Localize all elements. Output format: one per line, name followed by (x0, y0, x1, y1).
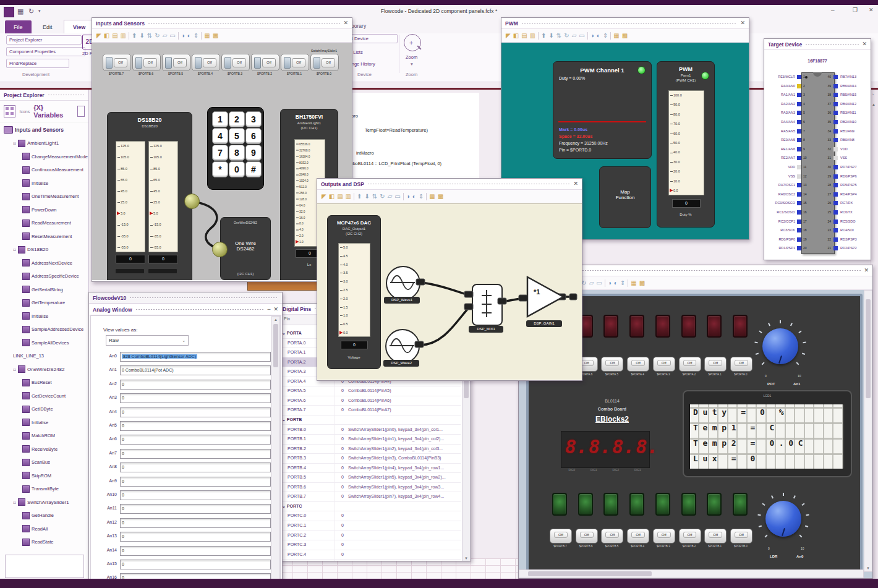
tree-item[interactable]: ReadState (22, 536, 88, 548)
connection-node-1[interactable] (184, 194, 200, 209)
dsp-mixer-component[interactable] (472, 284, 503, 326)
select-icon[interactable]: ◤ (96, 33, 101, 39)
tree-item[interactable]: SampleAllDevices (22, 336, 88, 349)
portb-toggle[interactable]: Off (730, 529, 752, 543)
pot-knob[interactable] (754, 320, 806, 372)
ribbon-project-explorer-button[interactable]: Project Explorer (6, 35, 82, 45)
porta-toggle[interactable]: Off (627, 357, 649, 372)
digital-pin-row[interactable]: PORTC.00 (279, 511, 461, 521)
port-switch[interactable]: Off (103, 54, 131, 71)
digital-pin-row[interactable]: PORTA.50ComboBL0114(PinA5) (279, 386, 461, 396)
digital-pin-row[interactable]: ⌄ PORTB (279, 415, 461, 425)
port-switch[interactable]: Off (192, 54, 220, 71)
target-device-header[interactable]: Target Device ✕ (764, 39, 871, 50)
keypad-key[interactable]: 4 (212, 128, 228, 144)
analog-value-field[interactable]: 0 (120, 449, 271, 459)
tree-item[interactable]: Initialise (22, 416, 88, 428)
pwm-channel-component[interactable]: PWM Channel 1 Duty = 0.00% Mark = 0.00us… (553, 61, 652, 159)
tree-item[interactable]: ⊟SwitchArraySlider1 (13, 496, 88, 508)
port-switch[interactable]: Off (221, 54, 250, 71)
tree-item[interactable]: ChangeMeasurementMode (22, 150, 88, 163)
analog-value-field[interactable]: 0 (120, 546, 271, 556)
snap-icon[interactable]: ▩ (622, 33, 628, 39)
copy-icon[interactable]: ◧ (513, 33, 519, 39)
tree-item[interactable]: Inputs and Sensors (4, 124, 88, 136)
zoom-out-icon[interactable]: ◐ (412, 194, 416, 200)
tree-item[interactable]: ⊟OneWireDS2482 (13, 363, 88, 375)
switch-handle[interactable] (224, 57, 231, 69)
zoom-in-icon[interactable]: ◑ (590, 33, 594, 39)
tree-item[interactable]: ReadMeasurement (22, 217, 88, 229)
porta-toggle[interactable]: Off (601, 357, 623, 372)
keypad-key[interactable]: 7 (212, 145, 228, 161)
close-icon[interactable]: ✕ (740, 20, 745, 26)
digital-pin-row[interactable]: PORTB.60SwitchArraySlider1(pin6), keypad… (279, 482, 461, 493)
tab-edit[interactable]: Edit (34, 20, 61, 34)
distribute-icon[interactable]: ▭ (169, 33, 175, 39)
dsp-wave2-component[interactable] (385, 329, 420, 364)
portb-toggle[interactable]: Off (653, 529, 675, 543)
fit-icon[interactable]: ⇕ (419, 194, 424, 200)
align-icon[interactable]: ▱ (589, 280, 594, 286)
switch-handle[interactable] (284, 57, 291, 69)
copy-icon[interactable]: ◧ (329, 194, 335, 200)
keypad-key[interactable]: 8 (229, 145, 245, 161)
raise-icon[interactable]: ⬆ (541, 33, 546, 39)
port-switch[interactable]: Off (132, 54, 161, 71)
analog-value-field[interactable]: 0 (120, 477, 271, 487)
panel-expand-icon[interactable]: › (872, 92, 874, 96)
digital-pin-row[interactable]: PORTB.40SwitchArraySlider1(pin4), keypad… (279, 463, 461, 474)
digital-pin-row[interactable]: PORTC.50 (279, 559, 461, 561)
ribbon-component-properties-button[interactable]: Component Properties (6, 47, 85, 56)
dac-component[interactable]: MCP47x6 DAC DAC_Output1 (I2C CH2) 5.04.5… (327, 215, 381, 369)
close-icon[interactable]: ✕ (573, 181, 578, 187)
close-icon[interactable]: ✕ (273, 307, 278, 312)
analog-value-field[interactable]: 828 ComboBL0114(LightSensor ADC) (120, 352, 271, 362)
tree-item[interactable]: GetIDByte (22, 403, 88, 415)
close-icon[interactable]: ✕ (864, 268, 869, 273)
digital-pin-row[interactable]: PORTB.00SwitchArraySlider1(pin0), keypad… (279, 425, 461, 435)
scroll-up-icon[interactable]: ▲ (274, 318, 278, 322)
align-icon[interactable]: ▱ (572, 33, 577, 39)
keypad-key[interactable]: 2 (229, 111, 245, 127)
snap-icon[interactable]: ▩ (213, 33, 218, 39)
tree-item[interactable]: GetSerialString (22, 283, 88, 296)
distribute-icon[interactable]: ▭ (394, 194, 400, 200)
porta-toggle[interactable]: Off (704, 357, 727, 372)
analog-value-field[interactable]: 0 (120, 421, 271, 431)
paste-icon[interactable]: ▤ (521, 33, 527, 39)
grid-icon[interactable]: ▦ (631, 280, 636, 286)
raise-icon[interactable]: ⬆ (357, 194, 362, 200)
duplicate-icon[interactable]: ▥ (530, 33, 535, 39)
digital-pin-row[interactable]: PORTA.70ComboBL0114(PinA7) (279, 405, 461, 415)
keypad-key[interactable]: 3 (245, 111, 262, 127)
zoom-dropdown-icon[interactable]: ▾ (411, 61, 413, 67)
duplicate-icon[interactable]: ▥ (121, 33, 126, 39)
tree-item[interactable]: AddressNextDevice (22, 257, 88, 269)
select-icon[interactable]: ◤ (322, 194, 326, 200)
zoom-out-icon[interactable]: ◐ (614, 280, 618, 286)
keypad-key[interactable]: 9 (245, 145, 262, 161)
lower-icon[interactable]: ⬇ (139, 33, 144, 39)
port-switch[interactable]: Off (251, 54, 279, 71)
zoom-in-icon[interactable]: ◑ (181, 33, 185, 39)
tab-view[interactable]: View (64, 20, 95, 34)
zoom-in-icon[interactable]: ◑ (608, 280, 612, 286)
digital-pin-row[interactable]: PORTC.10 (279, 521, 461, 531)
portb-toggle[interactable]: Off (550, 529, 572, 543)
minimize-button[interactable]: – (831, 7, 835, 14)
tree-expand-icon[interactable]: ⊟ (13, 367, 18, 372)
keypad-key[interactable]: 5 (229, 128, 245, 144)
ldr-knob[interactable] (757, 493, 809, 545)
pwm-duty-slider[interactable]: 100.090.080.070.060.050.040.030.020.010.… (668, 90, 704, 195)
align-icon[interactable]: ▱ (163, 33, 168, 39)
porta-toggle[interactable]: Off (730, 357, 752, 372)
switch-handle[interactable] (106, 57, 113, 69)
snap-icon[interactable]: ▩ (639, 280, 645, 286)
outputs-dsp-header[interactable]: Outputs and DSP ✕ (317, 179, 582, 190)
order-icon[interactable]: ⇅ (556, 33, 561, 39)
porta-toggle[interactable]: Off (653, 357, 675, 372)
tree-item[interactable]: GetHandle (22, 509, 88, 522)
analog-value-field[interactable]: 0 (120, 407, 271, 417)
digital-pin-row[interactable]: PORTC.30 (279, 540, 461, 550)
